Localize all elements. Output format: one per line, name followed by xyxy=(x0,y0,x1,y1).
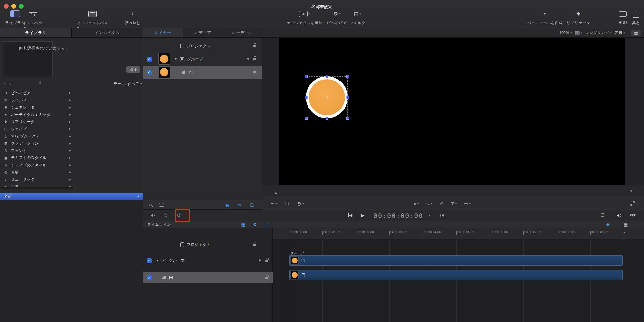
lock-icon[interactable] xyxy=(265,260,268,262)
panel-icon[interactable] xyxy=(250,203,254,207)
go-to-start-button[interactable] xyxy=(348,213,352,217)
replicate-button[interactable]: リプリケータ xyxy=(560,10,596,26)
forward-chevron-icon[interactable] xyxy=(10,81,11,86)
group-checkbox[interactable] xyxy=(147,57,152,62)
category-shape-styles[interactable]: ✎シェイプのスタイル xyxy=(0,162,74,169)
curve-tool[interactable] xyxy=(426,201,432,206)
tab-inspector[interactable]: インスペクタ xyxy=(72,28,143,38)
film-icon[interactable] xyxy=(624,223,628,227)
category-particle-emitters[interactable]: ✦パーティクルエミッタ xyxy=(0,111,74,118)
fill-tool[interactable] xyxy=(413,201,419,206)
fullscreen-button[interactable] xyxy=(630,201,635,206)
mute-speaker-icon[interactable] xyxy=(150,213,156,217)
filter-frame-icon[interactable] xyxy=(159,203,164,207)
loop-playback-icon[interactable] xyxy=(164,213,168,218)
category-behaviors[interactable]: ⚙ビヘイビア xyxy=(0,90,74,97)
apply-button[interactable]: 適用 xyxy=(126,66,140,73)
category-text-styles[interactable]: ▣テキストのスタイル xyxy=(0,155,74,162)
timeline-project-row[interactable]: プロジェクト xyxy=(143,240,273,250)
category-gradients[interactable]: ▨グラデーション xyxy=(0,140,74,147)
timeline-group-row[interactable]: グループ xyxy=(143,255,273,266)
timeline-ruler[interactable]: 00:00:00:00 00:00:01:00 00:00:02:00 00:0… xyxy=(273,228,644,239)
track-bar-circle-1[interactable]: 円 xyxy=(289,255,623,266)
flag-icon[interactable] xyxy=(246,57,249,61)
share-button[interactable]: 共有 xyxy=(629,10,643,26)
render-dropdown[interactable]: レンダリング xyxy=(585,30,611,36)
zoom-magnifier-icon[interactable] xyxy=(639,223,639,228)
tab-library[interactable]: ライブラリ xyxy=(0,28,72,38)
search-icon[interactable] xyxy=(149,204,152,206)
tab-layers[interactable]: レイヤー xyxy=(143,28,183,38)
layout-grid-button[interactable] xyxy=(631,30,641,36)
group-checkbox[interactable] xyxy=(147,258,152,263)
keyframes-icon[interactable] xyxy=(606,223,609,226)
selection-handle-n[interactable] xyxy=(326,75,328,78)
text-tool[interactable] xyxy=(451,201,457,206)
category-filters[interactable]: ▤フィルタ xyxy=(0,97,74,104)
category-replicators[interactable]: ❖リプリケータ xyxy=(0,118,74,126)
lock-icon[interactable] xyxy=(265,277,268,279)
category-fonts[interactable]: Aフォント xyxy=(0,147,74,154)
track-bar-circle-2[interactable]: 円 xyxy=(289,270,623,280)
grid-view-icon[interactable] xyxy=(225,203,229,207)
category-music[interactable]: ♪ミュージック xyxy=(0,176,74,183)
import-button[interactable]: ↓ 読み込む xyxy=(121,10,144,26)
library-path-value[interactable]: - xyxy=(19,81,20,86)
timeline-circle-row-selected[interactable]: 円 xyxy=(143,272,273,283)
play-button[interactable] xyxy=(361,213,365,218)
view-dropdown[interactable]: 表示 xyxy=(614,30,625,36)
add-object-button[interactable]: + オブジェクトを追加 xyxy=(287,10,323,26)
tab-audio[interactable]: オーディオ xyxy=(223,28,262,38)
selection-handle-se[interactable] xyxy=(346,117,349,120)
timecode-display[interactable]: 00:00:00:00 xyxy=(374,212,423,220)
clock-icon[interactable] xyxy=(440,213,444,217)
panel-icon[interactable] xyxy=(264,223,268,227)
category-generators[interactable]: ✺ジェネレータ xyxy=(0,104,74,111)
zoom-dropdown[interactable]: 100% xyxy=(559,31,572,35)
mask-tool[interactable] xyxy=(285,201,289,206)
gear-icon[interactable] xyxy=(253,223,257,227)
category-shapes[interactable]: ▢シェイプ xyxy=(0,126,74,133)
mini-timeline[interactable] xyxy=(262,185,644,197)
selection-handle-sw[interactable] xyxy=(305,117,308,120)
timeline-pane-icon[interactable] xyxy=(601,213,605,217)
name-column-header[interactable]: 名前 xyxy=(0,193,143,200)
disclosure-triangle-icon[interactable] xyxy=(175,58,177,61)
circle-checkbox[interactable] xyxy=(147,70,152,75)
disclosure-triangle-icon[interactable] xyxy=(156,259,159,262)
selection-handle-nw[interactable] xyxy=(305,75,308,78)
tab-media[interactable]: メディア xyxy=(183,28,223,38)
group-row[interactable]: グループ xyxy=(143,52,262,65)
flag-icon[interactable] xyxy=(258,259,261,262)
grid-view-icon[interactable] xyxy=(241,223,245,227)
pan-tool[interactable] xyxy=(297,201,304,206)
category-3d-objects[interactable]: ◇3Dオブジェクト xyxy=(0,133,74,140)
filters-button[interactable]: フィルタ xyxy=(343,10,372,26)
lock-icon[interactable] xyxy=(253,58,256,60)
circle-row-selected[interactable]: 円 xyxy=(143,66,262,79)
selection-handle-w[interactable] xyxy=(305,96,308,99)
selection-handle-s[interactable] xyxy=(326,117,328,120)
inspector-toolbar-button[interactable]: インスペクタ xyxy=(23,10,44,31)
playhead[interactable] xyxy=(289,228,289,322)
circle-checkbox[interactable] xyxy=(147,275,152,280)
back-chevron-icon[interactable] xyxy=(4,81,5,86)
rewind-arrows-icon[interactable] xyxy=(630,213,636,217)
timeline-track-area[interactable]: グループ 円 円 xyxy=(273,239,644,322)
stepper-icon[interactable] xyxy=(38,81,41,85)
selection-handle-e[interactable] xyxy=(346,96,349,99)
lock-icon[interactable] xyxy=(253,45,256,47)
gear-icon[interactable] xyxy=(238,203,242,207)
bezier-tool[interactable] xyxy=(270,201,277,206)
theme-filter-dropdown[interactable]: テーマ: すべて xyxy=(113,81,142,87)
mini-playhead-icon[interactable] xyxy=(275,192,277,194)
timecode-chevron-icon[interactable] xyxy=(429,214,430,217)
rectangle-tool[interactable] xyxy=(464,201,471,206)
paint-stroke-tool[interactable] xyxy=(440,201,444,206)
horizontal-scrollbar[interactable] xyxy=(1,187,73,189)
lock-icon[interactable] xyxy=(253,71,256,73)
selection-handle-ne[interactable] xyxy=(346,75,349,78)
audio-speaker-icon[interactable] xyxy=(617,213,622,218)
category-footage[interactable]: ◍素材 xyxy=(0,169,74,176)
project-panel-button[interactable]: プロジェクトパネル xyxy=(76,10,109,31)
